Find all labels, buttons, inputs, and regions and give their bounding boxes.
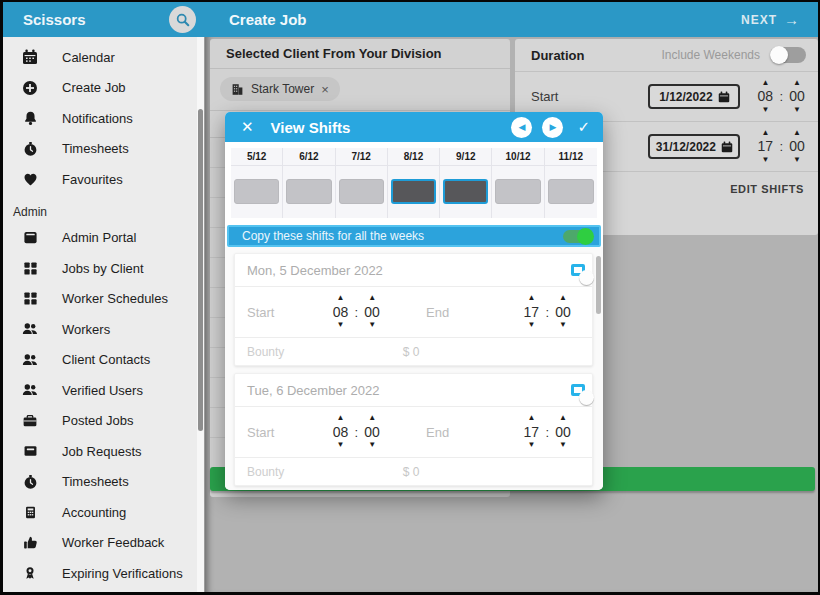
spinner-up-icon[interactable]: ▲: [527, 294, 535, 302]
toggle-knob: [770, 46, 788, 64]
spinner-down-icon[interactable]: ▼: [761, 106, 769, 114]
shift-card-header: Tue, 6 December 2022: [235, 374, 592, 407]
close-icon[interactable]: ✕: [241, 118, 254, 136]
sidebar-item-admin-portal[interactable]: Admin Portal: [3, 223, 204, 254]
grid-icon: [21, 260, 39, 276]
shift-start-spinner: ▲ 08 ▼ : ▲ 00 ▼: [329, 414, 383, 449]
next-button[interactable]: NEXT →: [741, 11, 800, 28]
calendar-icon: [718, 91, 730, 103]
bounty-field[interactable]: Bounty $ 0: [235, 458, 592, 485]
shift-card-header: Mon, 5 December 2022: [235, 254, 592, 287]
shift-cell[interactable]: [495, 179, 540, 204]
sidebar-item-worker-feedback[interactable]: Worker Feedback: [3, 528, 204, 559]
toggle-knob: [577, 228, 594, 245]
start-date-button[interactable]: 1/12/2022: [648, 84, 740, 109]
spinner-down-icon[interactable]: ▼: [793, 156, 801, 164]
grid-icon: [21, 291, 39, 307]
spinner-up-icon[interactable]: ▲: [761, 129, 769, 137]
bell-icon: [21, 110, 39, 126]
sidebar-item-label: Jobs by Client: [62, 261, 144, 276]
shift-cell[interactable]: [286, 179, 331, 204]
sidebar-item-workers[interactable]: Workers: [3, 314, 204, 345]
calculator-icon: [21, 504, 39, 520]
spinner-down-icon[interactable]: ▼: [337, 441, 345, 449]
sidebar-item-expiring-verifications[interactable]: Expiring Verifications: [3, 558, 204, 589]
next-week-button[interactable]: ▶: [542, 117, 563, 138]
spinner-up-icon[interactable]: ▲: [559, 414, 567, 422]
spinner-down-icon[interactable]: ▼: [559, 321, 567, 329]
search-button[interactable]: [169, 6, 196, 33]
shift-time-row: Start ▲ 08 ▼ : ▲ 00 ▼: [235, 407, 592, 458]
spinner-down-icon[interactable]: ▼: [761, 156, 769, 164]
shift-end-hour: 17: [524, 303, 540, 322]
shift-cell-selected[interactable]: [391, 179, 436, 204]
start-minute-value: 00: [789, 87, 805, 106]
sidebar-item-label: Timesheets: [62, 141, 129, 156]
end-minute-value: 00: [789, 137, 805, 156]
copy-shifts-label: Copy these shifts for all the weeks: [242, 229, 424, 243]
sidebar-item-label: Workers: [62, 322, 110, 337]
shift-end-label: End: [426, 425, 449, 440]
sidebar-item-favourites[interactable]: Favourites: [3, 164, 204, 195]
spinner-down-icon[interactable]: ▼: [337, 321, 345, 329]
sidebar-item-timesheets-admin[interactable]: Timesheets: [3, 467, 204, 498]
spinner-up-icon[interactable]: ▲: [337, 414, 345, 422]
shift-start-label: Start: [247, 305, 274, 320]
spinner-down-icon[interactable]: ▼: [368, 441, 376, 449]
heart-icon: [21, 171, 39, 187]
sidebar-scrollbar-thumb[interactable]: [198, 109, 203, 431]
sidebar-item-worker-schedules[interactable]: Worker Schedules: [3, 284, 204, 315]
sidebar-item-label: Verified Users: [62, 383, 143, 398]
client-section-title: Selected Client From Your Division: [210, 39, 510, 69]
include-weekends-toggle[interactable]: [770, 47, 806, 63]
duration-title: Duration: [531, 48, 584, 63]
bounty-field[interactable]: Bounty $ 0: [235, 338, 592, 365]
spinner-down-icon[interactable]: ▼: [559, 441, 567, 449]
spinner-up-icon[interactable]: ▲: [368, 414, 376, 422]
shift-cell[interactable]: [548, 179, 594, 204]
spinner-up-icon[interactable]: ▲: [368, 294, 376, 302]
sidebar-item-accounting[interactable]: Accounting: [3, 497, 204, 528]
prev-week-button[interactable]: ◀: [511, 117, 532, 138]
spinner-down-icon[interactable]: ▼: [527, 441, 535, 449]
confirm-check-icon[interactable]: ✓: [577, 118, 590, 136]
sidebar-item-jobs-by-client[interactable]: Jobs by Client: [3, 253, 204, 284]
shift-cell[interactable]: [234, 179, 279, 204]
shift-cell[interactable]: [339, 179, 384, 204]
end-date-button[interactable]: 31/12/2022: [648, 134, 740, 159]
shift-end-minute: 00: [555, 303, 571, 322]
copy-shifts-toggle[interactable]: [563, 230, 592, 243]
modal-scrollbar-thumb[interactable]: [596, 256, 601, 314]
spinner-up-icon[interactable]: ▲: [337, 294, 345, 302]
sidebar-item-client-contacts[interactable]: Client Contacts: [3, 345, 204, 376]
sidebar-item-notifications[interactable]: Notifications: [3, 103, 204, 134]
spinner-up-icon[interactable]: ▲: [793, 129, 801, 137]
sidebar-item-job-requests[interactable]: Job Requests: [3, 436, 204, 467]
spinner-up-icon[interactable]: ▲: [527, 414, 535, 422]
client-chip[interactable]: Stark Tower ×: [220, 77, 340, 101]
sidebar-item-calendar[interactable]: Calendar: [3, 42, 204, 73]
spinner-down-icon[interactable]: ▼: [527, 321, 535, 329]
sidebar-scrollbar-track: [197, 37, 204, 595]
day-label: 10/12: [492, 148, 543, 166]
spinner-up-icon[interactable]: ▲: [793, 79, 801, 87]
shift-end-hour: 17: [524, 423, 540, 442]
spinner-down-icon[interactable]: ▼: [793, 106, 801, 114]
sidebar-item-verified-users[interactable]: Verified Users: [3, 375, 204, 406]
spinner-down-icon[interactable]: ▼: [368, 321, 376, 329]
chip-remove-icon[interactable]: ×: [321, 82, 329, 97]
arrow-right-icon: →: [784, 11, 800, 28]
shift-end-minute: 00: [555, 423, 571, 442]
sidebar-item-posted-jobs[interactable]: Posted Jobs: [3, 406, 204, 437]
page-title: Create Job: [229, 11, 307, 28]
sidebar-item-timesheets[interactable]: Timesheets: [3, 134, 204, 165]
edit-shifts-button[interactable]: EDIT SHIFTS: [730, 183, 804, 195]
shift-list: Mon, 5 December 2022 Start ▲ 08 ▼ :: [225, 247, 603, 490]
week-grid: 5/12 6/12 7/12 8/12 9/12 10/12: [231, 148, 597, 218]
sidebar-item-label: Create Job: [62, 80, 126, 95]
app-title: Scissors: [23, 11, 86, 28]
sidebar-item-create-job[interactable]: Create Job: [3, 73, 204, 104]
spinner-up-icon[interactable]: ▲: [761, 79, 769, 87]
shift-cell-selected[interactable]: [443, 179, 488, 204]
spinner-up-icon[interactable]: ▲: [559, 294, 567, 302]
